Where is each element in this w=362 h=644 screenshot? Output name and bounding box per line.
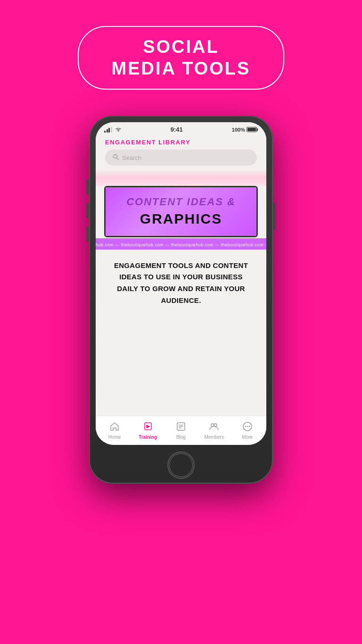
wifi-icon: [115, 127, 122, 133]
content-card: CONTENT IDEAS & GRAPHICS: [104, 186, 258, 237]
tab-home-label: Home: [108, 435, 121, 440]
svg-point-8: [214, 424, 217, 427]
svg-point-12: [248, 426, 250, 427]
tab-members[interactable]: Members: [203, 421, 225, 440]
engagement-library-title: ENGAGEMENT LIBRARY: [105, 139, 257, 146]
blog-icon: [176, 421, 186, 434]
app-header: ENGAGEMENT LIBRARY Search: [96, 135, 266, 169]
svg-line-2: [117, 158, 119, 160]
time-display: 9:41: [171, 126, 183, 133]
title-oval: SOCIAL MEDIA TOOLS: [78, 26, 285, 90]
gradient-fade: [96, 169, 266, 186]
phone-body: 9:41 100% ENGAGEMENT LIBRARY: [89, 116, 273, 484]
page-title: SOCIAL MEDIA TOOLS: [112, 36, 251, 79]
phone-device: 9:41 100% ENGAGEMENT LIBRARY: [89, 116, 273, 484]
svg-point-7: [211, 424, 214, 427]
svg-point-10: [245, 426, 246, 427]
battery-icon: [247, 127, 258, 132]
status-bar: 9:41 100%: [96, 122, 266, 135]
training-icon: [143, 421, 153, 434]
tab-blog[interactable]: Blog: [170, 421, 192, 440]
description-section: ENGAGEMENT TOOLS AND CONTENT IDEAS TO US…: [96, 250, 266, 416]
more-icon: [242, 421, 253, 434]
tab-bar: Home Training: [96, 416, 266, 445]
tab-more[interactable]: More: [236, 421, 259, 440]
svg-point-0: [117, 130, 118, 131]
content-ideas-line2: GRAPHICS: [115, 210, 247, 227]
tab-home[interactable]: Home: [103, 421, 126, 440]
members-icon: [209, 421, 219, 434]
battery-percent: 100%: [232, 127, 245, 133]
tab-members-label: Members: [205, 435, 224, 440]
home-button[interactable]: [167, 452, 195, 479]
home-icon: [109, 421, 120, 434]
search-icon: [113, 153, 119, 162]
search-bar[interactable]: Search: [105, 150, 257, 166]
tab-blog-label: Blog: [176, 435, 186, 440]
watermark-strip: hub.com — theboutiquehub.com — theboutiq…: [96, 238, 266, 250]
tab-more-label: More: [242, 435, 253, 440]
search-placeholder: Search: [122, 154, 141, 161]
watermark-text: hub.com — theboutiquehub.com — theboutiq…: [96, 243, 266, 247]
description-text: ENGAGEMENT TOOLS AND CONTENT IDEAS TO US…: [109, 260, 253, 307]
tab-training-label: Training: [139, 435, 157, 440]
svg-point-11: [247, 426, 248, 427]
phone-screen: 9:41 100% ENGAGEMENT LIBRARY: [96, 122, 266, 445]
content-ideas-line1: CONTENT IDEAS &: [115, 196, 247, 208]
tab-training[interactable]: Training: [137, 421, 159, 440]
